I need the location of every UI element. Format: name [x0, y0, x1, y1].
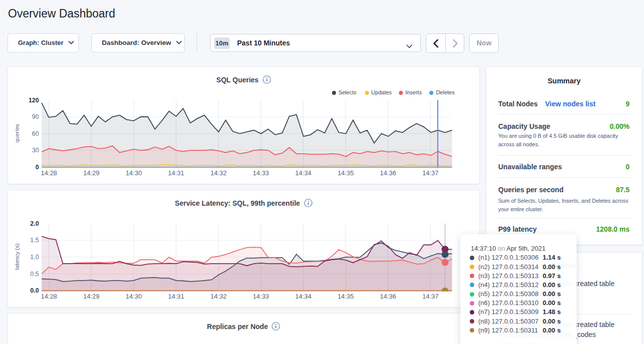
svg-text:90: 90	[32, 113, 39, 120]
svg-text:14:36: 14:36	[380, 169, 396, 177]
svg-text:14:32: 14:32	[210, 169, 227, 177]
svg-text:14:32: 14:32	[210, 293, 227, 300]
svg-text:14:28: 14:28	[41, 293, 57, 300]
svg-text:14:31: 14:31	[168, 169, 185, 177]
svg-text:0.5: 0.5	[30, 271, 39, 278]
svg-text:14:37: 14:37	[422, 293, 439, 300]
svg-text:14:34: 14:34	[295, 169, 312, 177]
svg-text:0: 0	[35, 164, 39, 171]
svg-text:14:34: 14:34	[295, 293, 312, 300]
svg-text:14:36: 14:36	[380, 293, 396, 300]
svg-text:14:35: 14:35	[337, 293, 354, 300]
svg-text:120: 120	[28, 97, 39, 104]
svg-text:14:37: 14:37	[422, 169, 439, 177]
svg-text:14:33: 14:33	[253, 169, 269, 177]
svg-text:1.5: 1.5	[30, 237, 39, 244]
svg-text:14:29: 14:29	[83, 293, 100, 300]
svg-text:14:33: 14:33	[253, 293, 269, 300]
svg-text:0.0: 0.0	[30, 287, 39, 294]
svg-text:14:31: 14:31	[168, 293, 185, 300]
svg-text:14:30: 14:30	[126, 293, 142, 300]
svg-text:14:35: 14:35	[337, 169, 354, 177]
svg-text:queries: queries	[14, 124, 20, 143]
svg-text:30: 30	[32, 147, 39, 154]
svg-text:latency (s): latency (s)	[14, 243, 20, 270]
svg-text:60: 60	[32, 130, 39, 137]
svg-text:2.0: 2.0	[30, 220, 39, 227]
svg-text:14:29: 14:29	[83, 169, 100, 177]
svg-text:14:28: 14:28	[41, 169, 57, 177]
svg-text:14:30: 14:30	[126, 169, 142, 177]
svg-text:1.0: 1.0	[30, 254, 39, 261]
